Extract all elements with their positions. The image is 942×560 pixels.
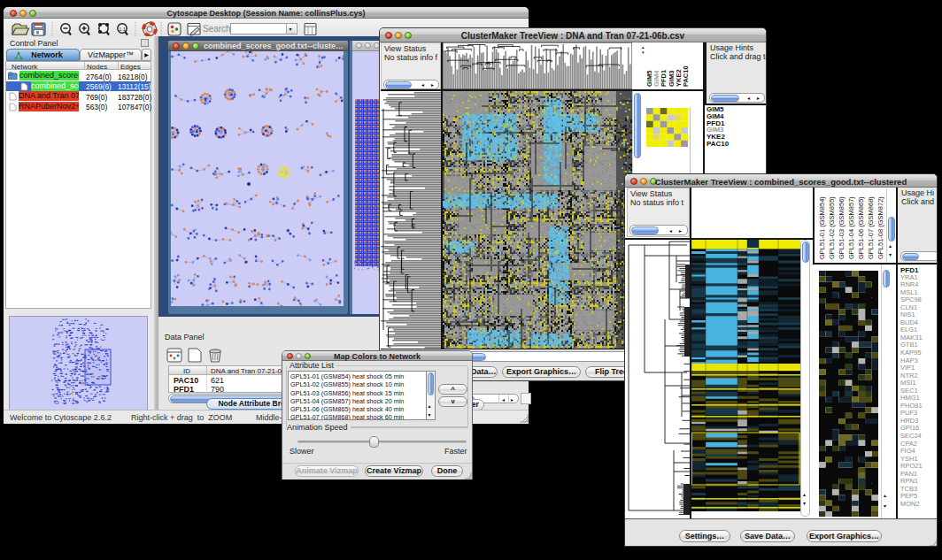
- svg-text:1:1: 1:1: [119, 27, 126, 32]
